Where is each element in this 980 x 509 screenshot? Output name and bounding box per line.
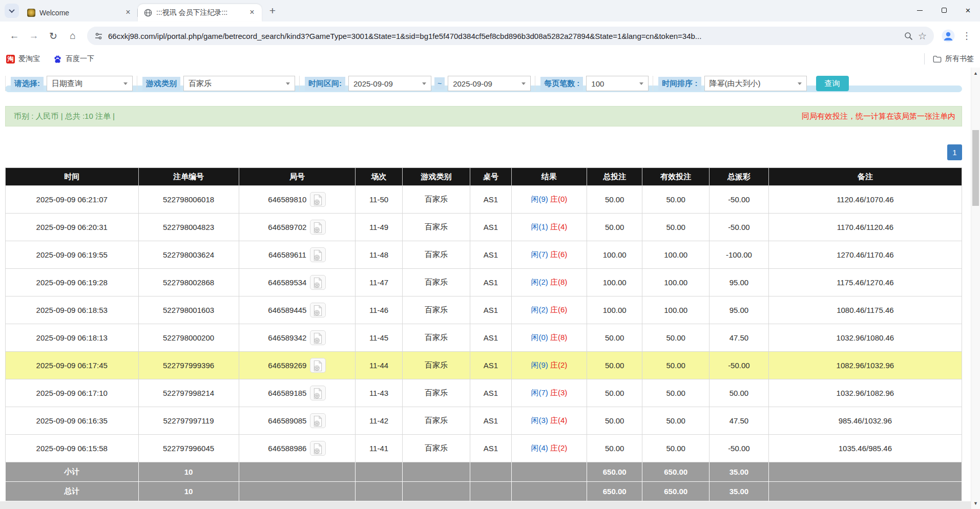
summary-cell-game_type <box>402 462 470 482</box>
round-id-text: 646589611 <box>268 250 306 259</box>
window-maximize-button[interactable] <box>932 0 956 20</box>
video-replay-icon[interactable] <box>310 220 326 235</box>
vertical-scrollbar[interactable]: ▲ ▼ <box>971 68 980 509</box>
video-replay-icon[interactable] <box>310 358 326 373</box>
total-bet-link[interactable]: 50.00 <box>587 324 642 352</box>
total-bet-link[interactable]: 50.00 <box>587 379 642 407</box>
game-type-label: 游戏类别 <box>142 77 180 91</box>
page-number-button[interactable]: 1 <box>947 144 962 160</box>
round-id-text: 646589445 <box>268 306 306 314</box>
cell-bet_id: 522798000200 <box>138 324 239 352</box>
cell-valid_bet: 100.00 <box>642 269 710 296</box>
bookmark-label: 爱淘宝 <box>18 54 40 63</box>
browser-menu-icon[interactable]: ⋮ <box>958 27 975 45</box>
cell-session: 11-49 <box>356 214 402 241</box>
total-bet-link[interactable]: 50.00 <box>587 407 642 435</box>
video-replay-icon[interactable] <box>310 303 326 317</box>
total-bet-link[interactable]: 50.00 <box>587 435 642 462</box>
bookmark-aitaobao[interactable]: 淘 爱淘宝 <box>6 54 40 63</box>
video-replay-icon[interactable] <box>310 413 326 428</box>
summary-cell-time: 小计 <box>6 462 139 482</box>
scroll-down-icon[interactable]: ▼ <box>971 499 980 508</box>
cell-valid_bet: 50.00 <box>642 352 710 379</box>
cell-bet_id: 522797998214 <box>138 379 239 407</box>
game-type-select[interactable]: 百家乐 <box>183 76 295 91</box>
forward-button[interactable]: → <box>25 27 43 45</box>
video-replay-icon[interactable] <box>310 441 326 456</box>
reload-button[interactable]: ↻ <box>44 27 62 45</box>
bookmark-baidu[interactable]: 百度一下 <box>53 54 94 63</box>
cell-session: 11-41 <box>356 435 402 462</box>
tab-bet-records[interactable]: :::视讯 会员下注纪录::: × <box>138 4 262 22</box>
total-bet-link[interactable]: 50.00 <box>587 352 642 379</box>
column-header-session: 场次 <box>356 168 402 186</box>
site-info-icon[interactable] <box>94 32 103 40</box>
bookmark-star-icon[interactable]: ☆ <box>918 30 927 42</box>
choose-select[interactable]: 日期查询 <box>47 76 133 91</box>
scrollbar-thumb[interactable] <box>972 130 979 206</box>
result-banker: 庄(3) <box>550 388 567 397</box>
scroll-up-icon[interactable]: ▲ <box>971 69 980 78</box>
cell-payout: -100.00 <box>710 241 769 269</box>
back-button[interactable]: ← <box>5 27 24 45</box>
window-close-button[interactable]: × <box>956 0 980 20</box>
total-bet-link[interactable]: 100.00 <box>587 241 642 269</box>
video-replay-icon[interactable] <box>310 192 326 207</box>
video-replay-icon[interactable] <box>310 386 326 400</box>
bookmark-label: 百度一下 <box>66 54 94 63</box>
video-replay-icon[interactable] <box>310 275 326 290</box>
cell-remark: 1035.46/985.46 <box>768 435 962 462</box>
cell-remark: 1120.46/1070.46 <box>768 186 962 214</box>
result-banker: 庄(6) <box>550 250 567 259</box>
total-bet-link[interactable]: 100.00 <box>587 269 642 296</box>
date-from-select[interactable]: 2025-09-09 <box>348 76 431 91</box>
sort-select[interactable]: 降幂(由大到小) <box>704 76 807 91</box>
search-button[interactable]: 查询 <box>816 76 849 91</box>
cell-time: 2025-09-09 06:15:58 <box>6 435 139 462</box>
profile-avatar[interactable] <box>939 27 957 45</box>
round-id-text: 646589342 <box>268 333 306 342</box>
window-minimize-button[interactable] <box>908 0 932 20</box>
url-text[interactable]: 66cxkj98.com/ipl/portal.php/game/betreco… <box>108 32 899 40</box>
column-header-valid_bet: 有效投注 <box>642 168 710 186</box>
filter-group-choose: 请选择: 日期查询 <box>5 76 137 91</box>
home-button[interactable]: ⌂ <box>64 27 82 45</box>
cell-table_no: AS1 <box>470 269 511 296</box>
result-player: 闲(9) <box>531 360 548 369</box>
video-replay-icon[interactable] <box>310 247 326 262</box>
per-page-select[interactable]: 100 <box>586 76 649 91</box>
all-bookmarks-button[interactable]: 所有书签 <box>924 53 974 65</box>
summary-cell-session <box>356 482 402 501</box>
cell-round_id: 646588986 <box>239 435 356 462</box>
video-replay-icon[interactable] <box>310 330 326 345</box>
tab-close-icon[interactable]: × <box>123 8 133 17</box>
cell-result: 闲(2) 庄(6) <box>511 296 587 324</box>
cell-result: 闲(9) 庄(0) <box>511 186 587 214</box>
summary-cell-session <box>356 462 402 482</box>
cell-remark: 1270.46/1170.46 <box>768 241 962 269</box>
total-bet-link[interactable]: 50.00 <box>587 214 642 241</box>
cell-table_no: AS1 <box>470 379 511 407</box>
table-row: 2025-09-09 06:15:58522797996045646588986… <box>6 435 962 462</box>
cell-result: 闲(9) 庄(2) <box>511 352 587 379</box>
caret-down-icon <box>798 82 802 85</box>
address-bar[interactable]: 66cxkj98.com/ipl/portal.php/game/betreco… <box>87 27 934 45</box>
page-zoom-icon[interactable] <box>904 32 913 40</box>
tab-close-icon[interactable]: × <box>247 8 257 17</box>
result-banker: 庄(0) <box>550 195 567 203</box>
total-bet-link[interactable]: 50.00 <box>587 186 642 214</box>
summary-cell-remark <box>768 482 962 501</box>
date-to-select[interactable]: 2025-09-09 <box>448 76 531 91</box>
new-tab-button[interactable]: + <box>265 3 280 18</box>
cell-remark: 1080.46/1175.46 <box>768 296 962 324</box>
tab-search-button[interactable] <box>5 4 19 18</box>
column-header-time: 时间 <box>6 168 139 186</box>
cell-result: 闲(7) 庄(3) <box>511 379 587 407</box>
cell-bet_id: 522798002868 <box>138 269 239 296</box>
table-row: 2025-09-09 06:16:35522797997119646589085… <box>6 407 962 435</box>
total-bet-link[interactable]: 100.00 <box>587 296 642 324</box>
summary-row: 小计10650.00650.0035.00 <box>6 462 962 482</box>
tab-welcome[interactable]: Welcome × <box>21 4 138 22</box>
cell-session: 11-43 <box>356 379 402 407</box>
cell-result: 闲(1) 庄(4) <box>511 214 587 241</box>
